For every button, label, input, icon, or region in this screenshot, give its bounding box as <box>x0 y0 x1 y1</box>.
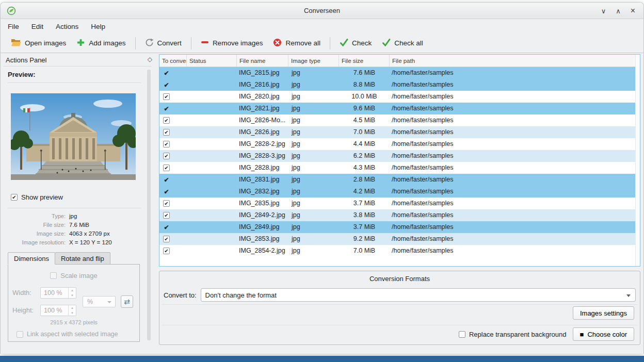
images-settings-button[interactable]: Images settings <box>573 306 634 320</box>
to-convert-checkbox[interactable]: ✔ <box>163 200 170 207</box>
column-header-file-path[interactable]: File path <box>390 55 640 67</box>
table-row[interactable]: ✔ IMG_2831.jpg jpg 2.8 MiB /home/faster/… <box>159 174 640 186</box>
to-convert-checkbox[interactable]: ✔ <box>163 236 170 242</box>
table-row[interactable]: ✔ IMG_2849.jpg jpg 3.7 MiB /home/faster/… <box>159 221 640 233</box>
table-row[interactable]: ✔ IMG_2828.jpg jpg 4.3 MiB /home/faster/… <box>159 162 640 174</box>
reset-dimensions-button[interactable]: ⇄ <box>121 295 133 308</box>
table-scrollbar[interactable] <box>635 55 640 266</box>
bottom-panel-bar <box>0 356 644 362</box>
column-header-file-size[interactable]: File size <box>339 55 390 67</box>
spin-arrows[interactable]: ▲ ▼ <box>68 288 76 298</box>
to-convert-checkbox[interactable]: ✔ <box>163 212 170 219</box>
window-title: Converseen <box>304 7 340 14</box>
height-spinbox[interactable]: 100 % ▲ ▼ <box>40 305 76 316</box>
file-table: To convert Status File name Image type F… <box>159 54 640 267</box>
close-button[interactable]: × <box>631 6 635 15</box>
column-header-status[interactable]: Status <box>187 55 237 67</box>
to-convert-checkbox[interactable]: ✔ <box>163 129 170 136</box>
scale-image-checkbox[interactable] <box>50 272 57 279</box>
to-convert-checkbox[interactable]: ✔ <box>163 188 170 195</box>
add-icon <box>76 38 85 48</box>
width-spinbox[interactable]: 100 % ▲ ▼ <box>40 287 76 299</box>
file-size-cell: 8.8 MiB <box>339 79 390 91</box>
table-row[interactable]: ✔ IMG_2821.jpg jpg 9.6 MiB /home/faster/… <box>159 103 640 114</box>
check-all-button[interactable]: Check all <box>377 36 428 51</box>
convert-to-label: Convert to: <box>164 291 197 299</box>
table-row[interactable]: ✔ IMG_2816.jpg jpg 8.8 MiB /home/faster/… <box>159 79 640 91</box>
info-row-type: Type: jpg <box>8 211 143 220</box>
to-convert-checkbox[interactable]: ✔ <box>163 224 170 231</box>
spin-up-icon[interactable]: ▲ <box>69 288 76 293</box>
actions-panel-scrollbar[interactable] <box>147 70 151 340</box>
table-row[interactable]: ✔ IMG_2828-3.jpg jpg 6.2 MiB /home/faste… <box>159 150 640 162</box>
table-row[interactable]: ✔ IMG_2854-2.jpg jpg 7.0 MiB /home/faste… <box>159 245 640 257</box>
table-row[interactable]: ✔ IMG_2826.jpg jpg 7.0 MiB /home/faster/… <box>159 126 640 138</box>
table-row[interactable]: ✔ IMG_2828-2.jpg jpg 4.4 MiB /home/faste… <box>159 138 640 150</box>
column-header-file-name[interactable]: File name <box>237 55 288 67</box>
table-row[interactable]: ✔ IMG_2820.jpg jpg 10.0 MiB /home/faster… <box>159 91 640 103</box>
table-row[interactable]: ✔ IMG_2832.jpg jpg 4.2 MiB /home/faster/… <box>159 186 640 198</box>
file-path-cell: /home/faster/samples <box>390 221 640 233</box>
table-row[interactable]: ✔ IMG_2815.jpg jpg 7.6 MiB /home/faster/… <box>159 67 640 79</box>
file-name-cell: IMG_2821.jpg <box>237 103 288 114</box>
file-name-cell: IMG_2835.jpg <box>237 198 288 209</box>
link-aspect-checkbox[interactable] <box>17 331 23 338</box>
divider <box>8 208 141 208</box>
tab-dimensions[interactable]: Dimensions <box>8 252 55 265</box>
file-name-cell: IMG_2831.jpg <box>237 174 288 186</box>
column-header-image-type[interactable]: Image type <box>288 55 339 67</box>
file-name-cell: IMG_2832.jpg <box>237 186 288 198</box>
to-convert-checkbox[interactable]: ✔ <box>163 81 170 88</box>
file-path-cell: /home/faster/samples <box>390 103 640 114</box>
table-row[interactable]: ✔ IMG_2835.jpg jpg 3.7 MiB /home/faster/… <box>159 198 640 209</box>
image-resolution-value: X = 120 Y = 120 <box>69 239 112 245</box>
spin-down-icon[interactable]: ▼ <box>69 310 76 316</box>
file-name-cell: IMG_2828-2.jpg <box>237 138 288 150</box>
convert-button[interactable]: Convert <box>140 36 187 51</box>
toolbar: Open images Add images <box>1 34 643 53</box>
choose-color-button[interactable]: ■ Choose color <box>573 327 634 341</box>
spin-arrows[interactable]: ▲ ▼ <box>68 305 76 316</box>
convert-icon <box>145 38 154 48</box>
maximize-button[interactable]: ∧ <box>616 7 621 15</box>
file-name-cell: IMG_2815.jpg <box>237 67 288 79</box>
to-convert-checkbox[interactable]: ✔ <box>163 70 170 76</box>
remove-all-button[interactable]: Remove all <box>268 36 326 51</box>
menu-file[interactable]: File <box>8 23 19 30</box>
spin-up-icon[interactable]: ▲ <box>69 305 76 310</box>
add-images-button[interactable]: Add images <box>71 36 131 51</box>
to-convert-checkbox[interactable]: ✔ <box>163 164 170 171</box>
menu-actions[interactable]: Actions <box>56 23 78 30</box>
show-preview-checkbox[interactable]: ✔ <box>11 194 18 201</box>
toolbar-separator <box>191 37 191 50</box>
to-convert-checkbox[interactable]: ✔ <box>163 176 170 183</box>
file-size-cell: 9.6 MiB <box>339 103 390 114</box>
float-panel-icon[interactable]: ◇ <box>148 56 152 63</box>
format-dropdown[interactable]: Don't change the format <box>201 288 636 302</box>
to-convert-checkbox[interactable]: ✔ <box>163 153 170 159</box>
to-convert-checkbox[interactable]: ✔ <box>163 105 170 112</box>
menu-edit[interactable]: Edit <box>31 23 43 30</box>
check-button[interactable]: Check <box>334 36 377 51</box>
spin-down-icon[interactable]: ▼ <box>69 293 76 298</box>
table-row[interactable]: ✔ IMG_2849-2.jpg jpg 3.8 MiB /home/faste… <box>159 209 640 221</box>
to-convert-checkbox[interactable]: ✔ <box>163 141 170 147</box>
table-row[interactable]: ✔ IMG_2853.jpg jpg 9.2 MiB /home/faster/… <box>159 233 640 245</box>
titlebar[interactable]: Converseen ∨ ∧ × <box>1 3 643 19</box>
to-convert-checkbox[interactable]: ✔ <box>163 248 170 254</box>
image-size-value: 4063 x 2709 px <box>69 231 110 237</box>
choose-color-label: Choose color <box>587 331 627 338</box>
actions-panel-titlebar[interactable]: Actions Panel ◇ <box>6 54 150 65</box>
column-header-to-convert[interactable]: To convert <box>159 55 187 67</box>
to-convert-checkbox[interactable]: ✔ <box>163 117 170 124</box>
conversion-formats-group: Conversion Formats Convert to: Don't cha… <box>159 271 640 345</box>
open-images-button[interactable]: Open images <box>6 36 71 51</box>
replace-transparent-bg-checkbox[interactable] <box>459 331 465 338</box>
tab-rotate-and-flip[interactable]: Rotate and flip <box>55 252 110 265</box>
remove-images-button[interactable]: Remove images <box>196 36 268 51</box>
unit-dropdown[interactable]: % <box>83 296 116 307</box>
to-convert-checkbox[interactable]: ✔ <box>163 93 170 100</box>
table-row[interactable]: ✔ IMG_2826-Mo... jpg 4.5 MiB /home/faste… <box>159 114 640 126</box>
menu-help[interactable]: Help <box>91 23 105 30</box>
minimize-button[interactable]: ∨ <box>601 7 606 15</box>
